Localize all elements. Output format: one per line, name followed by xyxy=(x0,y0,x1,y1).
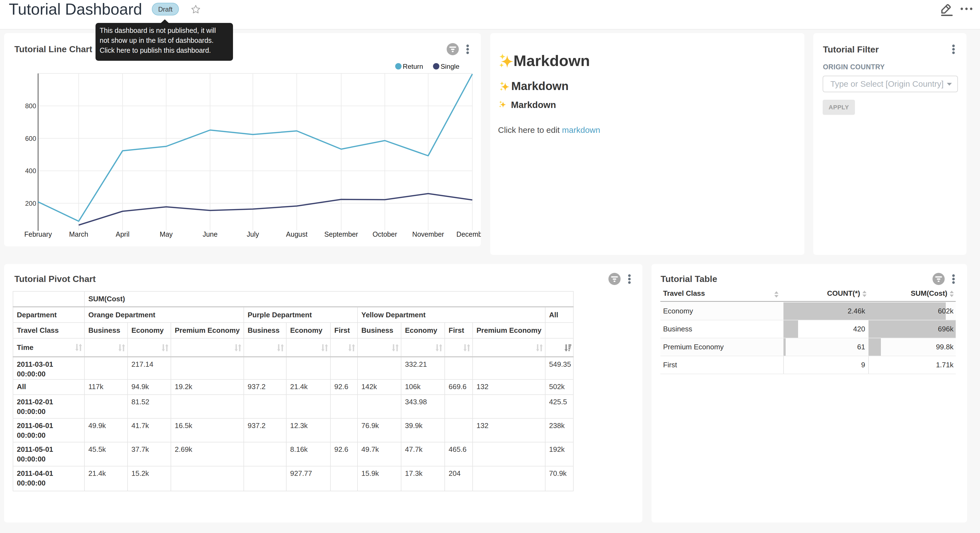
svg-text:August: August xyxy=(286,230,307,238)
svg-text:July: July xyxy=(247,230,259,238)
svg-text:October: October xyxy=(373,230,397,238)
svg-text:400: 400 xyxy=(25,167,36,174)
svg-text:200: 200 xyxy=(25,199,36,207)
svg-text:September: September xyxy=(325,230,358,238)
svg-text:December: December xyxy=(456,230,481,238)
svg-text:April: April xyxy=(116,230,129,238)
svg-text:March: March xyxy=(69,230,88,238)
svg-text:600: 600 xyxy=(25,135,36,142)
svg-text:Single: Single xyxy=(441,63,459,70)
svg-text:800: 800 xyxy=(25,102,36,110)
svg-text:February: February xyxy=(24,230,52,238)
svg-text:November: November xyxy=(412,230,444,238)
svg-text:June: June xyxy=(203,230,218,238)
svg-text:Return: Return xyxy=(403,63,423,70)
svg-text:May: May xyxy=(159,230,173,238)
